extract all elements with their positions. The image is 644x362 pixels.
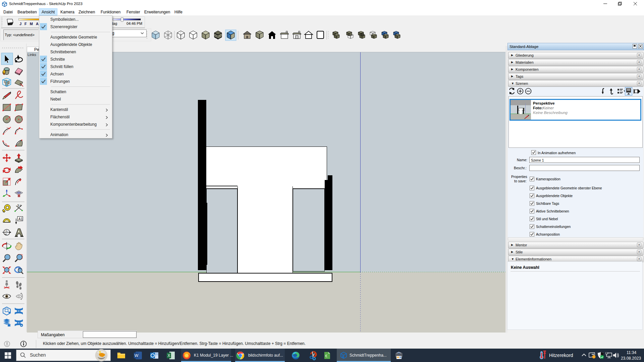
svg-text:A1: A1	[18, 217, 23, 221]
svg-text:5: 5	[17, 204, 19, 207]
svg-text:X: X	[168, 353, 170, 358]
svg-text:€: €	[325, 354, 327, 358]
svg-text:46: 46	[5, 233, 7, 235]
svg-text:C: C	[6, 230, 7, 232]
svg-text:W: W	[135, 353, 139, 358]
